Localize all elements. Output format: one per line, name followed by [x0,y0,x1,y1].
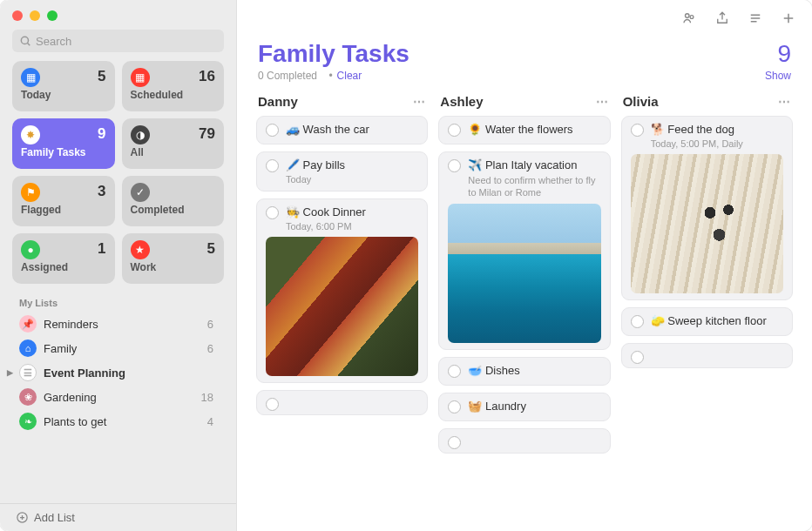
smart-label: Scheduled [131,89,216,101]
smart-count: 3 [98,183,105,200]
task-empty[interactable] [621,343,793,368]
svg-point-5 [686,14,690,18]
column-title: Danny [258,94,298,109]
close-window[interactable] [12,10,23,21]
check-icon: ✓ [131,183,150,202]
column-more-icon[interactable]: ⋯ [413,95,426,109]
smart-lists: ▦ 5 Today ▦ 16 Scheduled ✸ 9 Family Task… [0,61,236,292]
list-count: 18 [201,391,217,404]
zoom-window[interactable] [47,10,58,21]
task-radio[interactable] [448,124,461,137]
sparkle-icon: ✸ [21,125,40,145]
list-label: Reminders [44,318,98,331]
task-radio[interactable] [631,351,644,364]
list-count: 6 [207,342,217,355]
task-radio[interactable] [448,365,461,378]
share-icon[interactable] [714,10,730,26]
task-title: 🌻 Water the flowers [468,123,572,138]
columns: Danny ⋯ 🚙 Wash the car 🖊️ Pay bills Toda… [237,91,812,531]
list-label: Plants to get [44,415,106,428]
task-item[interactable]: 🧑‍🍳 Cook Dinner Today, 6:00 PM [256,198,428,383]
minimize-window[interactable] [30,10,40,21]
task-image [448,204,600,343]
flower-icon: ❀ [19,388,37,406]
column-danny: Danny ⋯ 🚙 Wash the car 🖊️ Pay bills Toda… [256,91,428,521]
smart-completed[interactable]: ✓ Completed [122,176,225,226]
smart-label: Today [21,89,106,101]
search-placeholder: Search [36,35,71,48]
search-input[interactable]: Search [12,30,224,52]
list-plants[interactable]: ❧ Plants to get 4 [0,409,236,434]
smart-label: All [131,146,216,158]
smart-label: Completed [131,204,216,216]
chevron-right-icon[interactable]: ▶ [7,368,16,377]
dot: • [328,70,332,82]
column-header: Ashley ⋯ [438,91,610,116]
task-item[interactable]: 🧽 Sweep kitchen floor [621,307,793,336]
task-radio[interactable] [266,159,279,172]
task-radio[interactable] [448,400,461,413]
view-options-icon[interactable] [748,10,763,26]
smart-all[interactable]: ◑ 79 All [122,118,225,169]
task-radio[interactable] [631,315,644,328]
task-radio[interactable] [266,206,279,219]
task-item[interactable]: 🌻 Water the flowers [438,116,610,145]
smart-label: Family Tasks [21,146,106,158]
task-radio[interactable] [448,436,461,449]
task-item[interactable]: 🥣 Dishes [438,357,610,386]
svg-point-0 [21,37,28,44]
person-icon: ● [21,240,40,259]
list-event-planning[interactable]: ▶ ☰ Event Planning [0,360,236,385]
task-item[interactable]: 🧺 Laundry [438,393,610,421]
list-reminders[interactable]: 📌 Reminders 6 [0,312,236,336]
add-list-label: Add List [34,511,75,524]
list-count: 6 [207,318,217,331]
tray-icon: ◑ [131,125,150,145]
list-family[interactable]: ⌂ Family 6 [0,336,236,360]
task-title: 🖊️ Pay bills [286,158,345,173]
clear-button[interactable]: Clear [337,70,362,82]
smart-count: 9 [98,125,105,143]
task-empty[interactable] [438,428,610,454]
window-controls [0,0,236,26]
task-title: 🐕 Feed the dog [651,123,734,138]
task-image [631,154,783,293]
search-icon [19,35,31,47]
smart-scheduled[interactable]: ▦ 16 Scheduled [122,61,225,111]
list-gardening[interactable]: ❀ Gardening 18 [0,385,236,409]
task-radio[interactable] [266,398,279,411]
task-item[interactable]: ✈️ Plan Italy vacation Need to confirm w… [438,151,610,350]
task-radio[interactable] [266,124,279,137]
add-list-button[interactable]: Add List [0,503,236,531]
task-radio[interactable] [448,159,461,172]
show-button[interactable]: Show [765,70,791,82]
column-header: Olivia ⋯ [621,91,793,116]
leaf-icon: ❧ [19,413,37,430]
task-radio[interactable] [631,124,644,137]
column-more-icon[interactable]: ⋯ [778,95,791,109]
column-header: Danny ⋯ [256,91,428,116]
task-title: 🧽 Sweep kitchen floor [651,314,767,329]
smart-family-tasks[interactable]: ✸ 9 Family Tasks [12,118,115,169]
pin-icon: 📌 [19,315,37,333]
list-label: Family [44,342,77,355]
task-title: 🧑‍🍳 Cook Dinner [286,205,366,220]
list-icon: ☰ [19,364,37,381]
list-header: Family Tasks 9 [237,37,812,70]
column-more-icon[interactable]: ⋯ [596,95,609,109]
list-subheader: 0 Completed • Clear Show [237,70,812,91]
task-item[interactable]: 🖊️ Pay bills Today [256,151,428,192]
smart-today[interactable]: ▦ 5 Today [12,61,115,111]
task-title: ✈️ Plan Italy vacation [468,158,577,173]
completed-label: 0 Completed [258,70,317,82]
smart-assigned[interactable]: ● 1 Assigned [12,233,115,284]
collaborate-icon[interactable] [681,10,697,26]
task-empty[interactable] [256,390,428,415]
smart-work[interactable]: ★ 5 Work [122,233,225,284]
svg-point-6 [690,16,694,19]
task-item[interactable]: 🐕 Feed the dog Today, 5:00 PM, Daily [621,116,793,300]
new-reminder-icon[interactable] [781,10,796,26]
task-item[interactable]: 🚙 Wash the car [256,116,428,145]
smart-flagged[interactable]: ⚑ 3 Flagged [12,176,115,226]
calendar-icon: ▦ [21,68,40,87]
